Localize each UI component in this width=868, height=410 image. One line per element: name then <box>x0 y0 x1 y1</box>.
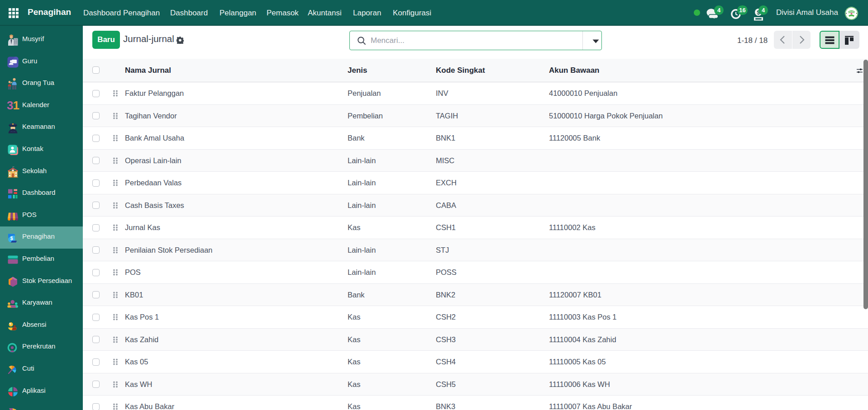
svg-text:$: $ <box>10 236 13 241</box>
